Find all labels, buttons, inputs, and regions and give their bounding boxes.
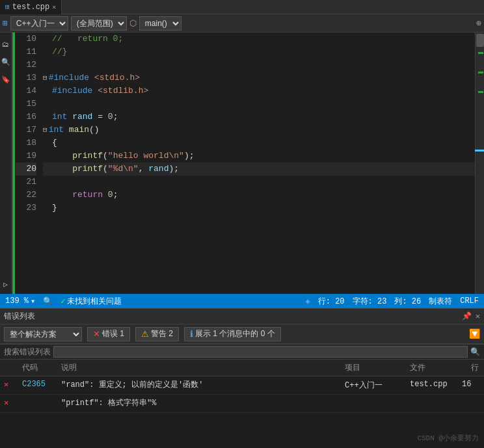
solution-explorer-icon[interactable]: 🗂	[2, 38, 9, 51]
col-header-line: 行	[458, 361, 484, 375]
scope-dropdown-3[interactable]: main()	[139, 16, 182, 31]
left-panel: 🗂 🔍 🔖 ▷	[0, 33, 12, 294]
error-row-desc: "rand": 重定义; 以前的定 义是'函数'	[57, 378, 341, 392]
search-button[interactable]: 🔍	[470, 347, 480, 357]
code-line-12	[43, 59, 475, 72]
code-line-21	[43, 176, 475, 189]
close-panel-icon[interactable]: ✕	[476, 311, 480, 321]
error-table-header: 代码 说明 项目 文件 行	[0, 360, 484, 376]
error-status: ✓ 未找到相关问题	[60, 296, 122, 307]
error-list-panel: 错误列表 📌 ✕ 整个解决方案 ✕ 错误 1 ⚠ 警告 2 ℹ 展示 1 个消息…	[0, 308, 484, 448]
bookmark-icon[interactable]: 🔖	[1, 73, 10, 86]
status-sep-icon: ◈	[306, 296, 310, 306]
info-count-label: 展示 1 个消息中的 0 个	[195, 328, 275, 339]
error-panel-header: 错误列表 📌 ✕	[0, 309, 484, 324]
info-count-button[interactable]: ℹ 展示 1 个消息中的 0 个	[184, 327, 281, 341]
filter-icon[interactable]: 🔽	[469, 328, 480, 339]
search-panel: 搜索错误列表 🔍	[0, 344, 484, 360]
error-row-desc-1: "printf": 格式字符串"%	[57, 397, 341, 410]
search-errors-input[interactable]	[53, 346, 468, 358]
error-row-code-1	[18, 397, 57, 399]
watermark: CSDN @小余要努力	[417, 433, 479, 443]
col-header-file: 文件	[406, 361, 458, 375]
col-header-desc: 说明	[57, 361, 341, 375]
error-panel-title: 错误列表	[4, 311, 35, 322]
tab-bar: ⊞ test.cpp ✕	[0, 0, 484, 14]
line-numbers: 10 11 12 13 14 15 16 17 18 19 20 21 22 2…	[16, 33, 40, 294]
scope-dropdown-2[interactable]: (全局范围)	[71, 16, 127, 31]
tab-test-cpp[interactable]: ⊞ test.cpp ✕	[0, 0, 62, 14]
expand-icon[interactable]: ▷	[3, 278, 8, 294]
col-header-icon	[0, 361, 18, 375]
code-line-22: return 0;	[43, 189, 475, 202]
bookmark-sidebar	[12, 33, 16, 294]
tab-close-button[interactable]: ✕	[52, 3, 56, 11]
code-line-20: printf("%d\n", rand);	[43, 163, 475, 176]
code-line-14: #include <stdlib.h>	[43, 85, 475, 98]
warning-count-label: 警告 2	[151, 328, 173, 339]
col-header-code: 代码	[18, 361, 57, 375]
code-line-19: printf("hello world\n");	[43, 150, 475, 163]
pin-panel-icon[interactable]: 📌	[462, 311, 472, 321]
pin-icon[interactable]: ⊕	[476, 18, 481, 29]
nav-icon[interactable]: 🔍	[1, 55, 10, 69]
tab-label: test.cpp	[12, 3, 50, 12]
line-number-status: 行: 20	[318, 296, 345, 307]
error-row-code: C2365	[18, 378, 57, 390]
cpp-file-icon: ⊞	[5, 3, 10, 11]
scope-dropdown-1[interactable]: C++入门一	[10, 16, 68, 31]
warning-count-button[interactable]: ⚠ 警告 2	[135, 327, 179, 341]
error-row-icon: ✕	[0, 378, 18, 391]
code-line-10: // return 0;	[43, 33, 475, 46]
eol-status[interactable]: CRLF	[460, 296, 479, 306]
error-count-label: 错误 1	[102, 328, 124, 339]
error-row-file-1	[406, 397, 458, 399]
error-row-project-1	[341, 397, 406, 399]
error-toolbar: 整个解决方案 ✕ 错误 1 ⚠ 警告 2 ℹ 展示 1 个消息中的 0 个 🔽	[0, 324, 484, 344]
vertical-scrollbar[interactable]	[475, 33, 484, 294]
editor-area: 🗂 🔍 🔖 ▷ 10 11 12 13 14 15 16 17 18 19 20…	[0, 33, 484, 294]
code-line-18: {	[43, 137, 475, 150]
cpp-icon: ⊞	[3, 18, 8, 29]
error-row-0[interactable]: ✕ C2365 "rand": 重定义; 以前的定 义是'函数' C++入门一 …	[0, 376, 484, 395]
error-row-1[interactable]: ✕ "printf": 格式字符串"%	[0, 395, 484, 413]
warning-icon: ⚠	[141, 329, 149, 339]
code-line-23: }	[43, 202, 475, 215]
error-row-file: test.cpp	[406, 378, 458, 390]
error-row-project: C++入门一	[341, 378, 406, 392]
function-icon: ⬡	[129, 18, 137, 29]
col-number-status: 列: 26	[394, 296, 421, 307]
error-row-line-1	[458, 397, 484, 399]
panel-controls: 📌 ✕	[462, 311, 480, 321]
error-icon: ✕	[93, 329, 100, 339]
zoom-dropdown-icon: ▾	[31, 296, 35, 306]
status-bar: 139 % ▾ 🔍 ✓ 未找到相关问题 ◈ 行: 20 字符: 23 列: 26…	[0, 294, 484, 308]
code-line-17: ⊟ int main()	[43, 124, 475, 137]
navigation-toolbar: ⊞ C++入门一 (全局范围) ⬡ main() ⊕	[0, 14, 484, 33]
zoom-level[interactable]: 139 % ▾	[5, 296, 35, 306]
char-count-status: 字符: 23	[353, 296, 387, 307]
code-line-15	[43, 98, 475, 111]
code-line-13: ⊟ #include <stdio.h>	[43, 72, 475, 85]
error-row-icon-1: ✕	[0, 397, 18, 409]
indent-mode-status[interactable]: 制表符	[429, 296, 452, 307]
code-editor[interactable]: // return 0; //} ⊟ #include <stdio.h> #i…	[40, 33, 475, 294]
search-label: 搜索错误列表	[4, 347, 51, 358]
error-count-button[interactable]: ✕ 错误 1	[87, 327, 130, 341]
code-line-11: //}	[43, 46, 475, 59]
intellisense-icon: 🔍	[43, 296, 53, 306]
app-window: ⊞ test.cpp ✕ ⊞ C++入门一 (全局范围) ⬡ main() ⊕ …	[0, 0, 484, 448]
error-row-line: 16	[458, 378, 484, 390]
code-line-16: int rand = 0;	[43, 111, 475, 124]
col-header-project: 项目	[341, 361, 406, 375]
info-icon: ℹ	[190, 329, 193, 339]
solution-scope-dropdown[interactable]: 整个解决方案	[4, 327, 82, 341]
